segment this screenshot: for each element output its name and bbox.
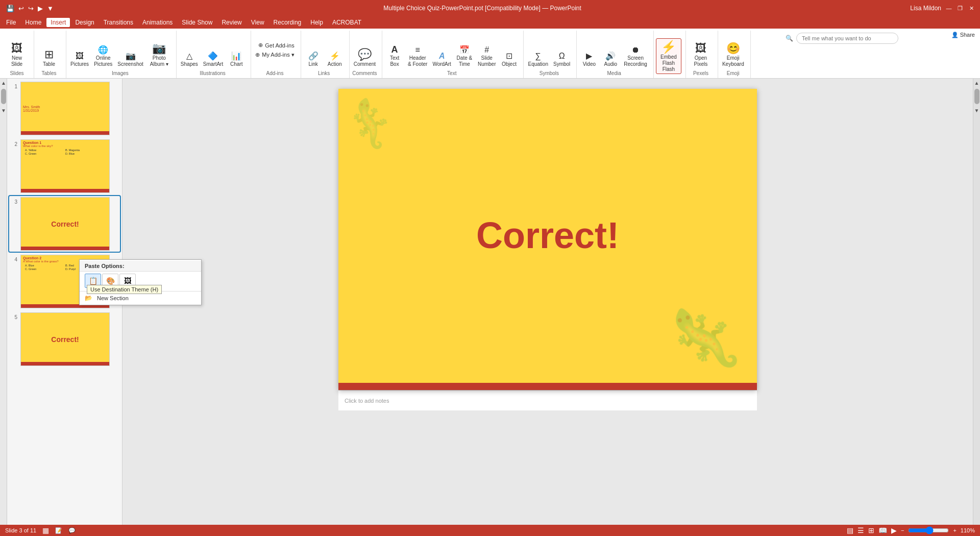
menu-insert[interactable]: Insert — [46, 18, 70, 27]
embed-flash-button[interactable]: ⚡ EmbedFlashFlash — [656, 38, 681, 74]
new-slide-icon: 🖼 — [11, 43, 22, 54]
view-normal-button[interactable]: ▤ — [847, 526, 853, 534]
ribbon-group-addins: ⊕ Get Add-ins ⊕ My Add-ins ▾ Add-ins — [251, 31, 301, 78]
zoom-in-button[interactable]: + — [953, 527, 956, 533]
panel-scroll-up[interactable]: ▲ — [0, 79, 7, 87]
date-time-button[interactable]: 📅 Date &Time — [454, 45, 475, 68]
panel-scroll-down[interactable]: ▼ — [0, 106, 7, 114]
ribbon-group-tables-label: Tables — [42, 70, 57, 77]
zoom-slider[interactable] — [908, 526, 949, 534]
screen-recording-button[interactable]: ⏺ ScreenRecording — [622, 45, 649, 68]
menu-recording[interactable]: Recording — [270, 18, 306, 27]
pictures-button[interactable]: 🖼 Pictures — [68, 51, 91, 68]
minimize-button[interactable]: — — [945, 5, 952, 12]
window-title: Multiple Choice Quiz-PowerPoint.pot [Com… — [55, 5, 910, 12]
view-outline-button[interactable]: ☰ — [857, 526, 864, 534]
menu-design[interactable]: Design — [71, 18, 98, 27]
context-menu-item-section[interactable]: 📂 New Section — [80, 293, 201, 304]
new-slide-button[interactable]: 🖼 NewSlide — [4, 41, 30, 68]
notes-toggle[interactable]: 📝 — [55, 527, 62, 534]
chart-button[interactable]: 📊 Chart — [226, 51, 247, 68]
status-bar: Slide 3 of 11 ▦ 📝 💬 ▤ ☰ ⊞ 📖 ▶ − + 110% — [0, 525, 980, 536]
emoji-keyboard-button[interactable]: 😊 EmojiKeyboard — [720, 41, 746, 68]
ribbon: 🖼 NewSlide Slides ⊞ Table Tables 🖼 Pictu — [0, 29, 980, 79]
menu-file[interactable]: File — [2, 18, 20, 27]
get-addins-button[interactable]: ⊕ Get Add-ins — [256, 41, 296, 50]
action-button[interactable]: ⚡ Action — [325, 51, 345, 68]
qa-redo[interactable]: ↪ — [27, 4, 35, 13]
comments-toggle[interactable]: 💬 — [68, 527, 76, 534]
menu-slideshow[interactable]: Slide Show — [178, 18, 216, 27]
date-time-icon: 📅 — [459, 46, 470, 54]
menu-review[interactable]: Review — [217, 18, 246, 27]
my-addins-button[interactable]: ⊕ My Add-ins ▾ — [253, 51, 296, 59]
panel-scroll-thumb[interactable] — [1, 89, 6, 104]
qa-present[interactable]: ▶ — [37, 4, 44, 13]
link-icon: 🔗 — [308, 52, 318, 60]
qa-dropdown[interactable]: ▼ — [46, 4, 55, 13]
equation-icon: ∑ — [535, 52, 541, 60]
ribbon-group-slides-label: Slides — [10, 70, 23, 77]
right-scroll-up[interactable]: ▲ — [973, 79, 981, 87]
open-pexels-button[interactable]: 🖼 OpenPixels — [688, 41, 714, 68]
ribbon-group-symbols-buttons: ∑ Equation Ω Symbol — [526, 32, 572, 68]
menu-transitions[interactable]: Transitions — [100, 18, 137, 27]
comment-button[interactable]: 💬 Comment — [352, 47, 378, 68]
ribbon-group-media-buttons: ▶ Video 🔊 Audio ⏺ ScreenRecording — [579, 32, 649, 68]
slide-thumb-1[interactable]: 1 Mrs. Smith1/31/2019 — [9, 81, 120, 136]
object-icon: ⊡ — [506, 52, 512, 60]
slide-thumb-5[interactable]: 5 Correct! — [9, 311, 120, 367]
qa-save[interactable]: 💾 — [5, 4, 15, 13]
video-icon: ▶ — [586, 52, 592, 60]
zoom-out-button[interactable]: − — [901, 527, 904, 533]
smartart-button[interactable]: 🔷 SmartArt — [201, 51, 225, 68]
menu-view[interactable]: View — [247, 18, 268, 27]
ribbon-group-illustrations-buttons: △ Shapes 🔷 SmartArt 📊 Chart — [179, 32, 247, 68]
menu-home[interactable]: Home — [21, 18, 45, 27]
gecko-decoration-left: 🦎 — [338, 92, 401, 155]
slide-panel-icon[interactable]: ▦ — [42, 526, 49, 534]
table-button[interactable]: ⊞ Table — [36, 47, 62, 68]
qa-undo[interactable]: ↩ — [17, 4, 25, 13]
menu-animations[interactable]: Animations — [138, 18, 177, 27]
ribbon-group-text: A TextBox ≡ Header& Footer A WordArt 📅 D… — [382, 31, 524, 78]
view-slideshow-button[interactable]: ▶ — [891, 526, 897, 534]
photo-album-button[interactable]: 📷 PhotoAlbum ▾ — [146, 41, 172, 68]
search-input[interactable] — [796, 33, 898, 44]
right-scrollbar[interactable]: ▲ ▼ — [973, 79, 980, 525]
screenshot-button[interactable]: 📷 Screenshot — [115, 51, 145, 68]
close-button[interactable]: ✕ — [968, 5, 975, 12]
view-reading-button[interactable]: 📖 — [878, 526, 887, 534]
slide-thumb-2[interactable]: 2 Question 1 What color is the sky? A. Y… — [9, 138, 120, 194]
ribbon-group-text-label: Text — [447, 70, 456, 77]
quick-access-toolbar: 💾 ↩ ↪ ▶ ▼ — [5, 4, 55, 13]
link-button[interactable]: 🔗 Link — [303, 51, 324, 68]
header-footer-button[interactable]: ≡ Header& Footer — [406, 45, 429, 68]
slide-number-button[interactable]: # SlideNumber — [476, 45, 498, 68]
restore-button[interactable]: ❐ — [957, 5, 964, 12]
right-scroll-down[interactable]: ▼ — [973, 106, 981, 114]
panel-scrollbar[interactable]: ▲ ▼ — [0, 79, 7, 525]
menu-help[interactable]: Help — [306, 18, 327, 27]
online-pictures-button[interactable]: 🌐 OnlinePictures — [92, 45, 114, 68]
view-slide-sorter-button[interactable]: ⊞ — [868, 526, 874, 534]
ribbon-group-comments: 💬 Comment Comments — [350, 31, 382, 78]
notes-area[interactable]: Click to add notes — [338, 390, 757, 410]
main-slide-canvas[interactable]: 🦎 🦎 Correct! — [338, 89, 757, 390]
right-scroll-thumb[interactable] — [974, 89, 979, 104]
ribbon-group-images-buttons: 🖼 Pictures 🌐 OnlinePictures 📷 Screenshot… — [68, 32, 172, 68]
title-bar-left: 💾 ↩ ↪ ▶ ▼ — [5, 4, 55, 13]
slide-thumb-3[interactable]: 3 Correct! — [9, 196, 120, 252]
smartart-icon: 🔷 — [208, 52, 218, 60]
menu-acrobat[interactable]: ACROBAT — [328, 18, 365, 27]
textbox-button[interactable]: A TextBox — [384, 44, 405, 68]
object-button[interactable]: ⊡ Object — [499, 51, 519, 68]
audio-button[interactable]: 🔊 Audio — [600, 51, 621, 68]
video-button[interactable]: ▶ Video — [579, 51, 599, 68]
equation-button[interactable]: ∑ Equation — [526, 51, 550, 68]
symbol-button[interactable]: Ω Symbol — [551, 51, 572, 68]
share-button[interactable]: 👤 Share — [951, 32, 975, 38]
wordart-button[interactable]: A WordArt — [430, 51, 453, 68]
shapes-button[interactable]: △ Shapes — [179, 51, 200, 68]
user-name: Lisa Mildon — [910, 5, 941, 12]
